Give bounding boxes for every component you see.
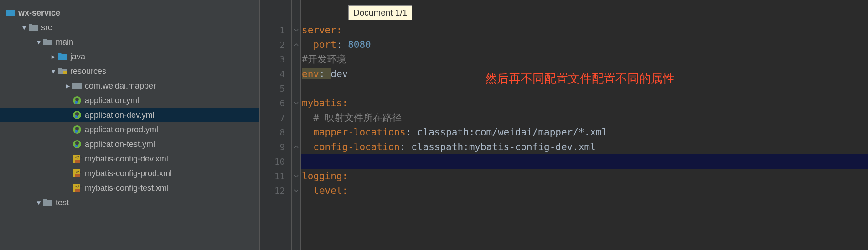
chevron-down-icon[interactable]: ▼ <box>35 199 43 206</box>
resources-icon <box>57 66 67 76</box>
line-number[interactable]: 2 <box>260 37 291 52</box>
token: config-location <box>313 141 400 152</box>
tree-label: wx-service <box>18 8 60 18</box>
code-line[interactable]: level: <box>301 183 868 198</box>
line-number[interactable]: 5 <box>260 81 291 96</box>
fold-column[interactable] <box>292 0 301 250</box>
svg-point-4 <box>75 115 78 118</box>
code-line[interactable]: mybatis: <box>301 96 868 110</box>
fold-marker[interactable] <box>292 140 300 154</box>
code-editor[interactable]: 123456789101112 Document 1/1 然后再不同配置文件配置… <box>260 0 868 250</box>
xml-icon: </> <box>72 183 82 193</box>
token: port <box>313 39 336 50</box>
token: mybatis <box>302 98 342 109</box>
token: classpath:com/weidai/mapper/*.xml <box>417 127 607 138</box>
tree-item[interactable]: ▼resources <box>0 64 259 78</box>
token: : <box>342 171 348 182</box>
token <box>302 185 313 196</box>
folder-teal-icon <box>57 52 67 62</box>
code-line[interactable]: # 映射文件所在路径 <box>301 110 868 125</box>
token <box>302 112 313 123</box>
spring-icon <box>72 95 82 105</box>
tree-item[interactable]: ▼test <box>0 195 259 210</box>
token: : <box>336 39 348 50</box>
xml-icon: </> <box>72 168 82 178</box>
tree-root[interactable]: wx-service <box>0 5 259 20</box>
line-number[interactable]: 7 <box>260 110 291 125</box>
tree-item-label: mybatis-config-prod.xml <box>85 169 172 178</box>
code-line[interactable] <box>301 154 868 169</box>
token: level <box>313 185 342 196</box>
svg-text:</>: </> <box>75 185 82 189</box>
line-number[interactable]: 6 <box>260 96 291 110</box>
tree-item-label: mybatis-config-test.xml <box>85 183 169 193</box>
fold-marker <box>292 110 300 125</box>
folder-icon <box>43 198 53 208</box>
tree-item-label: test <box>56 198 69 208</box>
fold-marker[interactable] <box>292 96 300 110</box>
tree-item[interactable]: ▶application-prod.yml <box>0 122 259 137</box>
tree-item[interactable]: ▶application-dev.yml <box>0 108 259 122</box>
tree-item[interactable]: ▶java <box>0 49 259 64</box>
svg-text:</>: </> <box>75 156 82 160</box>
fold-marker <box>292 81 300 96</box>
tree-item[interactable]: ▶application.yml <box>0 93 259 108</box>
line-number[interactable]: 3 <box>260 52 291 67</box>
line-number[interactable]: 4 <box>260 67 291 81</box>
tree-item-label: com.weidai.mapper <box>85 81 156 91</box>
fold-marker <box>292 125 300 140</box>
tree-item-label: application.yml <box>85 96 139 105</box>
fold-marker[interactable] <box>292 23 300 37</box>
chevron-right-icon[interactable]: ▶ <box>64 82 72 89</box>
token: dev <box>331 68 348 79</box>
document-indicator: Document 1/1 <box>348 5 412 20</box>
fold-marker <box>292 52 300 67</box>
fold-marker[interactable] <box>292 37 300 52</box>
tree-item-label: application-dev.yml <box>85 110 155 120</box>
tree-item[interactable]: ▶</>mybatis-config-dev.xml <box>0 151 259 166</box>
code-line[interactable]: server: <box>301 23 868 37</box>
code-area[interactable]: Document 1/1 然后再不同配置文件配置不同的属性 server: po… <box>301 0 868 250</box>
token: : <box>319 68 331 79</box>
line-gutter[interactable]: 123456789101112 <box>260 0 292 250</box>
tree-item-label: mybatis-config-dev.xml <box>85 154 168 164</box>
code-line[interactable]: mapper-locations: classpath:com/weidai/m… <box>301 125 868 140</box>
token <box>302 127 313 138</box>
line-number[interactable]: 11 <box>260 169 291 183</box>
chevron-right-icon[interactable]: ▶ <box>49 53 57 60</box>
code-line[interactable]: config-location: classpath:mybatis-confi… <box>301 140 868 154</box>
tree-item[interactable]: ▶application-test.yml <box>0 137 259 151</box>
code-line[interactable]: logging: <box>301 169 868 183</box>
tree-item[interactable]: ▶</>mybatis-config-prod.xml <box>0 166 259 181</box>
code-line[interactable]: port: 8080 <box>301 37 868 52</box>
tree-item[interactable]: ▼src <box>0 20 259 35</box>
token: : <box>336 25 342 36</box>
fold-marker[interactable] <box>292 169 300 183</box>
tree-item[interactable]: ▶com.weidai.mapper <box>0 78 259 93</box>
chevron-down-icon[interactable]: ▼ <box>35 38 43 46</box>
code-line[interactable]: #开发环境 <box>301 52 868 67</box>
token: : <box>406 127 417 138</box>
line-number[interactable]: 1 <box>260 23 291 37</box>
chevron-down-icon[interactable]: ▼ <box>20 24 28 31</box>
line-number[interactable]: 12 <box>260 183 291 198</box>
fold-marker[interactable] <box>292 183 300 198</box>
chevron-down-icon[interactable]: ▼ <box>49 68 57 75</box>
spring-icon <box>72 139 82 149</box>
line-number[interactable]: 9 <box>260 140 291 154</box>
tree-item-label: resources <box>70 67 106 76</box>
svg-point-8 <box>75 145 78 147</box>
folder-icon <box>5 8 16 18</box>
svg-rect-13 <box>75 174 80 177</box>
tree-item[interactable]: ▶</>mybatis-config-test.xml <box>0 181 259 195</box>
token: classpath:mybatis-config-dev.xml <box>411 141 596 152</box>
token: logging <box>302 171 342 182</box>
spring-icon <box>72 110 82 120</box>
tree-item-label: main <box>56 37 73 47</box>
project-tree[interactable]: wx-service ▼src▼main▶java▼resources▶com.… <box>0 0 260 250</box>
fold-marker <box>292 67 300 81</box>
tree-item[interactable]: ▼main <box>0 35 259 49</box>
line-number[interactable]: 10 <box>260 154 291 169</box>
svg-rect-0 <box>63 71 67 74</box>
line-number[interactable]: 8 <box>260 125 291 140</box>
